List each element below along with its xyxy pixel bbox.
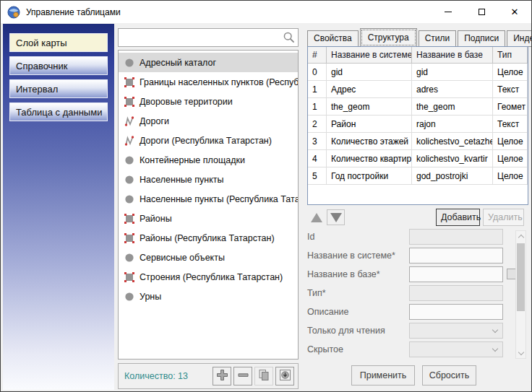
table-row[interactable]: 0gidgidЦелое (308, 64, 528, 81)
type-field (409, 285, 503, 301)
layer-item[interactable]: Населенные пункты (Республика Татар (119, 189, 298, 209)
import-icon (279, 369, 291, 384)
maximize-button[interactable] (465, 1, 498, 23)
tab-стили[interactable]: Стили (419, 30, 457, 47)
close-button[interactable]: ✕ (498, 1, 531, 23)
layer-item-label: Сервисные объекты (140, 253, 225, 263)
layer-item[interactable]: Урны (119, 287, 298, 306)
layer-item-label: Контейнерные площадки (140, 155, 245, 165)
table-cell: kolichestvo_kvartir (412, 150, 493, 167)
layer-item[interactable]: Районы (Республика Татарстан) (119, 228, 298, 248)
id-field (409, 229, 503, 245)
scroll-up-icon[interactable] (518, 235, 524, 240)
layer-item[interactable]: Контейнерные площадки (119, 150, 298, 170)
sidebar: Слой картыСправочникИнтервалТаблица с да… (3, 24, 114, 390)
table-row[interactable]: 4Количество квартирkolichestvo_kvartirЦе… (308, 150, 528, 167)
layer-item[interactable]: Границы населенных пунктов (Республ (119, 72, 298, 92)
layer-item[interactable]: Дороги (Республика Татарстан) (119, 131, 298, 150)
table-cell: 1 (308, 81, 327, 98)
maximize-icon (479, 9, 485, 15)
table-cell: Целое (493, 150, 528, 167)
tab-подписи[interactable]: Подписи (458, 30, 505, 47)
search-input[interactable] (120, 30, 280, 45)
layer-item-label: Дороги (140, 116, 169, 126)
table-cell: gid (412, 64, 493, 81)
layer-item[interactable]: Населенные пункты (119, 170, 298, 189)
table-cell: Целое (493, 133, 528, 150)
system-name-input[interactable] (410, 248, 502, 263)
table-row[interactable]: 2РайонrajonТекст (308, 116, 528, 133)
table-cell: Геомет (493, 98, 528, 116)
line-layer-icon (124, 136, 134, 146)
tab-индекс[interactable]: Индекс (507, 30, 532, 47)
form-row-system-name: Название в системе* (307, 248, 524, 263)
description-input[interactable] (410, 305, 502, 319)
delete-field-button[interactable]: Удалить (483, 209, 524, 226)
table-cell: gid (327, 64, 412, 81)
point-layer-icon (124, 253, 134, 263)
form-row-id: Id (307, 229, 524, 245)
polygon-layer-icon (124, 77, 134, 87)
layer-item[interactable]: Дворовые территории (119, 92, 298, 111)
column-header[interactable]: Название в системе (327, 47, 412, 64)
layer-item[interactable]: Районы (119, 209, 298, 228)
add-field-button[interactable]: Добавить (436, 209, 480, 226)
point-layer-icon (124, 194, 134, 204)
table-row[interactable]: 5Год постройкиgod_postrojkiЦелое (308, 167, 528, 185)
table-row[interactable]: 1the_geomthe_geomГеомет (308, 98, 528, 116)
layer-item[interactable]: Строения (Республика Татарстан) (119, 267, 298, 287)
description-field[interactable] (409, 304, 503, 320)
tab-свойства[interactable]: Свойства (307, 30, 359, 47)
tab-структура[interactable]: Структура (360, 28, 417, 47)
sidebar-item-map-layer[interactable]: Слой карты (9, 33, 108, 52)
sidebar-item-directory[interactable]: Справочник (9, 56, 108, 75)
tab-strip: СвойстваСтруктураСтилиПодписиИндекс (307, 29, 532, 47)
remove-table-button[interactable] (233, 367, 252, 386)
layer-item[interactable]: Дороги (119, 111, 298, 131)
structure-table: #Название в системеНазвание в базеТип0gi… (307, 46, 528, 205)
base-name-field[interactable] (409, 266, 503, 282)
minimize-icon (445, 12, 452, 12)
scroll-down-icon[interactable] (518, 349, 524, 355)
move-field-up-button[interactable] (307, 209, 325, 225)
table-header-row: #Название в системеНазвание в базеТип (308, 47, 528, 64)
table-row[interactable]: 1АдресadresТекст (308, 81, 528, 98)
polygon-layer-icon (124, 97, 134, 107)
form-scrollbar[interactable] (515, 230, 526, 359)
column-header[interactable]: Тип (493, 47, 528, 64)
table-cell: the_geom (327, 98, 412, 116)
apply-button[interactable]: Применить (351, 365, 415, 386)
table-cell: Адрес (327, 81, 412, 98)
table-row[interactable]: 3Количество этажейkolichestvo_cetazhejЦе… (308, 133, 528, 150)
polygon-layer-icon (124, 233, 134, 243)
reset-button[interactable]: Сбросить (422, 365, 476, 386)
table-cell: adres (412, 81, 493, 98)
layer-item[interactable]: Сервисные объекты (119, 248, 298, 267)
point-layer-icon (124, 292, 134, 302)
copy-table-button[interactable] (254, 367, 273, 386)
table-cell: Целое (493, 64, 528, 81)
layer-panel: Адресный каталогГраницы населенных пункт… (116, 24, 301, 392)
layer-list: Адресный каталогГраницы населенных пункт… (118, 50, 299, 360)
search-icon[interactable] (283, 31, 296, 47)
type-input (410, 286, 502, 300)
id-input (410, 230, 502, 244)
column-header[interactable]: # (308, 47, 327, 64)
table-cell: Текст (493, 81, 528, 98)
layer-item-label: Границы населенных пунктов (Республ (140, 77, 298, 87)
system-name-field[interactable] (409, 248, 503, 263)
import-table-button[interactable] (275, 367, 294, 386)
add-table-button[interactable] (213, 367, 231, 386)
layer-item-label: Адресный каталог (140, 58, 216, 68)
base-name-input[interactable] (410, 267, 502, 282)
move-field-down-button[interactable] (327, 209, 345, 225)
column-header[interactable]: Название в базе (412, 47, 493, 64)
minimize-button[interactable] (432, 1, 465, 23)
sidebar-item-interval[interactable]: Интервал (9, 79, 108, 98)
arrow-down-icon (330, 213, 342, 222)
count-label: Количество: 13 (124, 371, 188, 381)
layer-item[interactable]: Адресный каталог (119, 53, 298, 72)
sidebar-item-data-table[interactable]: Таблица с данными (9, 103, 108, 121)
plus-icon (216, 369, 228, 384)
scrollbar-thumb[interactable] (517, 243, 525, 311)
